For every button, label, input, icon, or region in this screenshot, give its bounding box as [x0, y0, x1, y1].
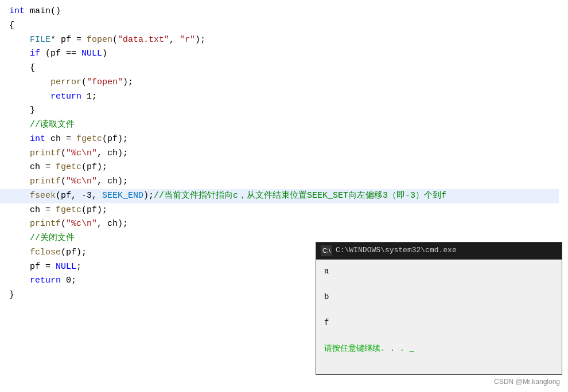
code-line: if (pf == NULL): [9, 47, 559, 61]
code-line: printf("%c\n", ch);: [9, 175, 559, 189]
cmd-window: C:\ C:\WINDOWS\system32\cmd.exe abf请按任意键…: [316, 242, 562, 375]
cmd-output-line: f: [324, 317, 554, 329]
code-line: {: [9, 61, 559, 76]
code-line: printf("%c\n", ch);: [9, 147, 559, 161]
cmd-title: C:\WINDOWS\system32\cmd.exe: [336, 245, 457, 257]
code-line: ch = fgetc(pf);: [9, 203, 559, 218]
cmd-output-line: b: [324, 291, 554, 303]
code-line: int ch = fgetc(pf);: [9, 132, 559, 147]
watermark: CSDN @Mr.kanglong: [494, 377, 560, 387]
code-line: fseek(pf, -3, SEEK_END);//当前文件指针指向c，从文件结…: [0, 189, 559, 203]
code-line: }: [9, 104, 559, 118]
cmd-output-line: 请按任意键继续. . . _: [324, 343, 554, 355]
code-line: return 1;: [9, 90, 559, 104]
code-line: //读取文件: [9, 118, 559, 132]
code-line: FILE* pf = fopen("data.txt", "r");: [9, 33, 559, 48]
cmd-output-line: a: [324, 265, 554, 277]
cmd-icon: C:\: [321, 245, 332, 257]
cmd-body: abf请按任意键继续. . . _: [316, 260, 562, 374]
code-line: {: [9, 19, 559, 33]
cmd-titlebar: C:\ C:\WINDOWS\system32\cmd.exe: [316, 242, 562, 260]
code-line: int main(): [9, 5, 559, 19]
code-line: ch = fgetc(pf);: [9, 160, 559, 175]
code-line: printf("%c\n", ch);: [9, 217, 559, 232]
code-line: perror("fopen");: [9, 76, 559, 90]
